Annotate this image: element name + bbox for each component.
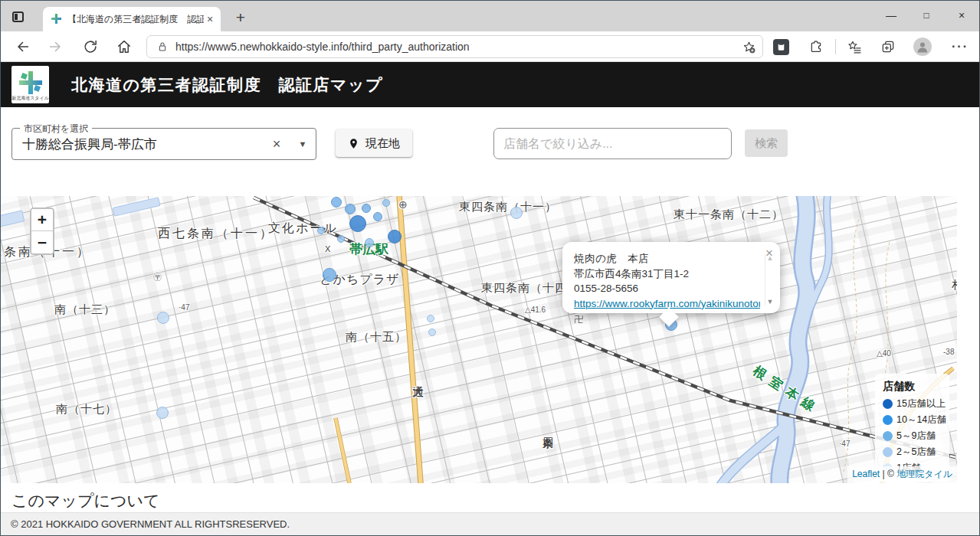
store-popup: 焼肉の虎 本店 帯広市西4条南31丁目1-2 0155-28-5656 http…: [562, 242, 780, 313]
settings-menu-icon[interactable]: ···: [951, 38, 969, 56]
location-pin-icon: [348, 138, 359, 149]
legend-dot-icon: [883, 431, 893, 441]
favorites-icon[interactable]: [845, 38, 864, 56]
legend-label: 2～5店舗: [896, 446, 936, 459]
map-controls: 市区町村を選択 十勝総合振興局-帯広市 × ▼ 現在地 検索: [1, 107, 979, 195]
legend-row: 10～14店舗: [883, 413, 942, 427]
about-section: このマップについて: [1, 483, 979, 513]
store-cluster-marker[interactable]: [428, 328, 436, 336]
store-cluster-marker[interactable]: [317, 227, 325, 234]
gsi-tiles-link[interactable]: 地理院タイル: [896, 469, 952, 479]
legend-title: 店舗数: [883, 380, 942, 394]
page-title: 北海道の第三者認証制度 認証店マップ: [71, 74, 383, 96]
zoom-control: + −: [30, 208, 54, 255]
legend-dot-icon: [883, 399, 893, 409]
legend-label: 5～9店舗: [896, 430, 936, 443]
legend-dot-icon: [883, 415, 893, 425]
select-label: 市区町村を選択: [20, 123, 92, 136]
address-bar[interactable]: https://www5.newhokkaido-style.info/thir…: [146, 35, 763, 58]
scroll-up-icon[interactable]: ▲: [767, 254, 774, 262]
browser-toolbar: https://www5.newhokkaido-style.info/thir…: [1, 31, 979, 62]
lock-icon: [156, 41, 169, 53]
close-button[interactable]: ×: [944, 1, 979, 30]
tab-actions-icon: [12, 11, 24, 22]
profile-avatar[interactable]: [913, 38, 932, 56]
legend-row: 15店舗以上: [883, 397, 942, 410]
page-footer: © 2021 HOKKAIDO GOVERNMENT ALL RIGHTSRES…: [1, 512, 979, 535]
copyright-text: © 2021 HOKKAIDO GOVERNMENT ALL RIGHTSRES…: [11, 518, 290, 530]
attribution-separator: | ©: [880, 469, 896, 479]
store-cluster-marker[interactable]: [156, 407, 169, 419]
new-tab-button[interactable]: +: [229, 7, 252, 28]
site-logo: 新北海道スタイル: [11, 66, 49, 103]
legend-items: 15店舗以上10～14店舗5～9店舗2～5店舗1店舗: [883, 397, 942, 475]
store-cluster-marker[interactable]: [331, 197, 342, 208]
browser-tab[interactable]: 【北海道の第三者認証制度 認証 ×: [43, 7, 221, 31]
back-icon[interactable]: [15, 38, 31, 55]
store-name: 焼肉の虎 本店: [574, 251, 760, 266]
store-address: 帯広市西4条南31丁目1-2: [574, 266, 760, 282]
municipality-select[interactable]: 市区町村を選択 十勝総合振興局-帯広市 × ▼: [11, 128, 316, 160]
zoom-in-button[interactable]: +: [31, 209, 53, 231]
map-marker-layer: [1, 196, 957, 483]
browser-window: 【北海道の第三者認証制度 認証 × + — □ × https://www5.n…: [0, 0, 980, 536]
extensions-puzzle-icon[interactable]: [807, 38, 825, 56]
tab-actions-button[interactable]: [8, 8, 27, 26]
window-controls: — □ ×: [873, 1, 979, 30]
maximize-button[interactable]: □: [909, 1, 944, 30]
store-cluster-marker[interactable]: [365, 238, 374, 247]
zoom-out-button[interactable]: −: [31, 231, 53, 253]
map-attribution: Leaflet | © 地理院タイル: [847, 466, 957, 483]
store-cluster-marker[interactable]: [427, 315, 434, 322]
tab-close-icon[interactable]: ×: [207, 14, 213, 25]
refresh-icon[interactable]: [82, 38, 99, 55]
extension-icon[interactable]: [772, 38, 790, 56]
tab-title: 【北海道の第三者認証制度 認証: [67, 13, 204, 26]
store-cluster-marker[interactable]: [157, 312, 169, 324]
store-website-link[interactable]: https://www.rookyfarm.com/yakinikunotora: [574, 298, 760, 309]
store-cluster-marker[interactable]: [362, 204, 371, 213]
legend-dot-icon: [883, 447, 893, 457]
search-button[interactable]: 検索: [745, 129, 788, 157]
toolbar-divider: [835, 39, 836, 54]
url-text: https://www5.newhokkaido-style.info/thir…: [175, 41, 742, 53]
store-phone: 0155-28-5656: [574, 281, 760, 296]
store-cluster-marker[interactable]: [323, 268, 336, 282]
home-icon[interactable]: [116, 38, 133, 55]
store-count-legend: 店舗数 15店舗以上10～14店舗5～9店舗2～5店舗1店舗: [875, 374, 949, 482]
legend-row: 2～5店舗: [883, 446, 942, 459]
shop-filter-input[interactable]: [493, 128, 732, 159]
leaflet-map[interactable]: 十二条南（十一）西七条南（十一）文化ホール帯広駅とかちプラザ東四条南（十一）東十…: [1, 196, 957, 483]
about-heading: このマップについて: [11, 490, 979, 511]
store-cluster-marker[interactable]: [345, 204, 356, 214]
minimize-button[interactable]: —: [873, 1, 909, 30]
store-cluster-marker[interactable]: [388, 230, 402, 243]
collections-icon[interactable]: [879, 38, 897, 56]
site-header: 新北海道スタイル 北海道の第三者認証制度 認証店マップ: [1, 62, 979, 107]
legend-label: 10～14店舗: [896, 413, 946, 427]
popup-scrollbar[interactable]: ▲ ▼: [765, 254, 775, 306]
select-value: 十勝総合振興局-帯広市: [12, 136, 264, 153]
store-cluster-marker[interactable]: [373, 212, 382, 221]
site-favicon-icon: [51, 14, 62, 25]
store-cluster-marker[interactable]: [382, 199, 390, 207]
store-cluster-marker[interactable]: [349, 215, 366, 232]
legend-label: 15店舗以上: [896, 397, 946, 410]
select-clear-icon[interactable]: ×: [264, 136, 290, 152]
scroll-down-icon[interactable]: ▼: [767, 298, 774, 306]
add-favorite-icon[interactable]: [742, 40, 756, 54]
current-location-label: 現在地: [365, 136, 400, 151]
logo-cross-icon: [19, 71, 42, 94]
store-cluster-marker[interactable]: [337, 235, 345, 243]
forward-icon[interactable]: [47, 38, 64, 55]
legend-row: 5～9店舗: [883, 430, 942, 443]
current-location-button[interactable]: 現在地: [336, 129, 412, 157]
tab-strip: 【北海道の第三者認証制度 認証 × + — □ ×: [1, 1, 979, 31]
logo-text: 新北海道スタイル: [11, 95, 49, 102]
leaflet-link[interactable]: Leaflet: [852, 469, 880, 479]
store-cluster-marker[interactable]: [510, 207, 523, 219]
chevron-down-icon[interactable]: ▼: [290, 139, 316, 149]
